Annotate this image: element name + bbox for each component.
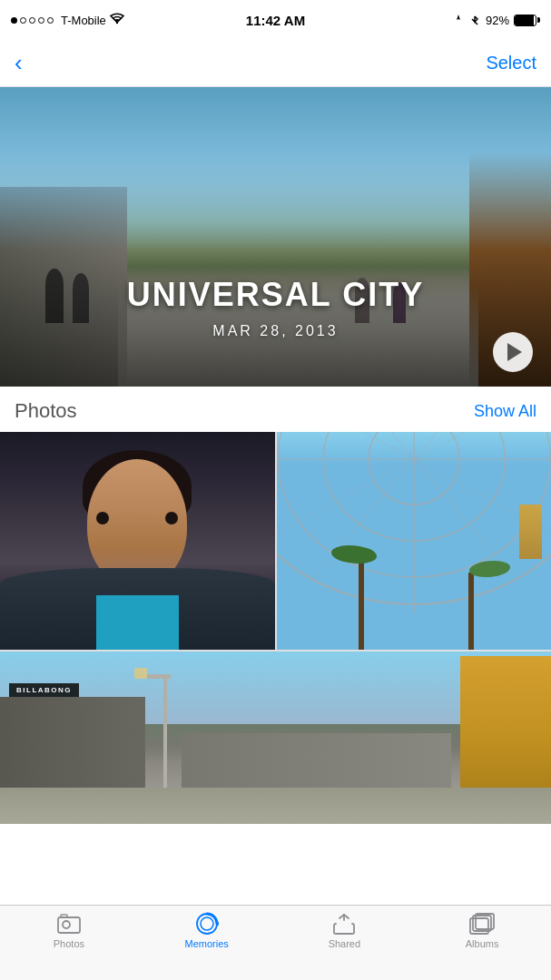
select-button[interactable]: Select [486,53,536,74]
svg-point-14 [63,921,70,928]
photo-dome[interactable] [277,432,552,650]
svg-rect-13 [61,915,67,917]
streetlight-head [134,668,147,679]
svg-marker-1 [457,15,460,20]
street-road [0,788,551,824]
show-all-button[interactable]: Show All [474,402,536,421]
tab-bar: Photos Memories Shared [0,905,551,980]
signal-strength [11,17,54,24]
streetlight-pole [163,674,167,792]
status-left: T-Mobile [11,13,124,27]
location-icon [452,14,465,26]
signal-dot-2 [20,17,26,24]
hero-sky [0,87,551,250]
bluetooth-icon [469,15,481,26]
signal-dot-3 [29,17,35,24]
tab-photos-label: Photos [54,938,84,949]
tab-memories-label: Memories [184,938,228,949]
back-button[interactable]: ‹ [15,49,23,77]
tab-photos[interactable]: Photos [42,913,96,949]
portrait-eyes [96,512,178,524]
tab-shared-label: Shared [329,938,360,949]
hero-date: MAR 28, 2013 [0,323,551,339]
photos-header: Photos Show All [0,387,551,432]
svg-rect-12 [58,917,80,933]
banner-right [519,505,542,559]
hero-location-title: UNIVERSAL CITY [0,276,551,314]
street-billabong-sign: BILLABONG [9,683,79,697]
photo-street[interactable]: BILLABONG [0,652,551,824]
battery-icon [514,15,540,26]
signal-dot-1 [11,17,17,24]
albums-icon [469,913,495,935]
tab-albums-label: Albums [466,938,499,949]
play-button[interactable] [493,332,533,372]
photos-section: Photos Show All [0,387,551,824]
hero-gradient-overlay [0,250,551,387]
dome-svg [277,432,552,650]
dome-background [277,432,552,650]
carrier-name: T-Mobile [61,14,106,27]
memories-icon [194,913,220,935]
photo-row-top [0,432,551,650]
palm-trunk-2 [468,573,474,650]
portrait-shirt [96,595,179,650]
svg-point-16 [201,917,213,930]
nav-bar: ‹ Select [0,40,551,87]
photo-portrait[interactable] [0,432,275,650]
signal-dot-5 [47,17,54,24]
photos-icon [56,913,82,935]
palm-trunk-1 [359,559,364,650]
svg-point-0 [116,22,118,24]
signal-dot-4 [38,17,44,24]
photo-row-bottom: BILLABONG [0,652,551,824]
wifi-icon [110,13,124,27]
battery-percent: 92% [486,14,509,27]
status-right: 92% [452,14,540,27]
hero-memory[interactable]: BILLABONG UNIVERSAL CITY MAR 28, 2013 [0,87,551,387]
photo-grid: BILLABONG [0,432,551,824]
status-bar: T-Mobile 11:42 AM 92% [0,0,551,40]
status-time: 11:42 AM [246,13,305,28]
play-triangle-icon [507,343,522,361]
photos-label: Photos [15,399,77,423]
shared-icon [331,913,357,935]
tab-albums[interactable]: Albums [455,913,509,949]
street-background: BILLABONG [0,652,551,824]
tab-shared[interactable]: Shared [317,913,371,949]
tab-memories[interactable]: Memories [180,913,234,949]
